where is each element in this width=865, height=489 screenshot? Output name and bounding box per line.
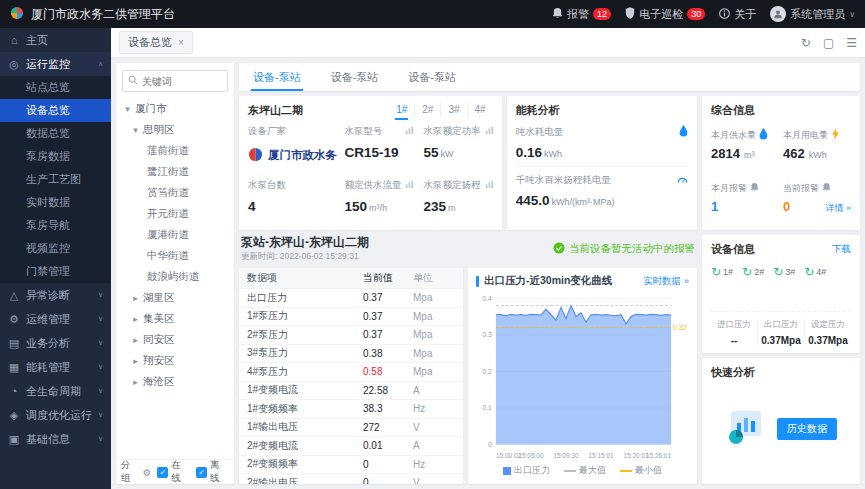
legend-item[interactable]: 最小值: [620, 464, 662, 477]
content-tab[interactable]: 设备-泵站: [329, 63, 381, 91]
chevron-down-icon: ∨: [98, 363, 103, 371]
close-icon[interactable]: ×: [178, 37, 184, 48]
content-tab[interactable]: 设备-泵站: [406, 63, 458, 91]
table-row[interactable]: 1#变频频率38.3Hz: [239, 400, 463, 419]
content-tab[interactable]: 设备-泵站: [251, 63, 303, 91]
tree-node-street[interactable]: 鹭江街道: [118, 161, 232, 182]
online-checkbox[interactable]: ✓ 在线: [157, 459, 190, 485]
metric-label: 水泵型号: [344, 125, 382, 138]
table-row[interactable]: 2#变频频率0Hz: [239, 456, 463, 475]
stat-value: 0.37Mpa: [758, 335, 804, 346]
device-stats: 进口压力--出口压力0.37Mpa设定压力0.37Mpa: [711, 311, 851, 346]
sidebar-subitem[interactable]: 数据总览: [0, 122, 111, 145]
user-menu[interactable]: 系统管理员 ∨: [770, 6, 855, 22]
sidebar-subitem[interactable]: 视频监控: [0, 237, 111, 260]
table-body[interactable]: 出口压力0.37Mpa1#泵压力0.37Mpa2#泵压力0.37Mpa3#泵压力…: [239, 289, 463, 484]
detail-link[interactable]: 详情 »: [825, 202, 851, 215]
tree-node-district[interactable]: ▸同安区: [118, 329, 232, 350]
cell-name: 2#变频频率: [247, 457, 363, 471]
about-button[interactable]: 关于: [719, 7, 756, 22]
metric-chart-icon: [405, 180, 414, 191]
cell-value: 0.01: [363, 440, 413, 451]
tree-node-district[interactable]: ▸湖里区: [118, 287, 232, 308]
table-row[interactable]: 1#泵压力0.37Mpa: [239, 308, 463, 327]
search-input[interactable]: [142, 76, 222, 87]
sidebar-group-monitor[interactable]: ◎运行监控∧: [0, 52, 111, 76]
tree-node-district[interactable]: ▸翔安区: [118, 350, 232, 371]
pump-status: ↻4#: [804, 266, 826, 278]
sidebar-subitem[interactable]: 设备总览: [0, 99, 111, 122]
group-icon: ◔: [8, 385, 20, 397]
chevron-down-icon: ∨: [98, 411, 103, 419]
sidebar-subitem[interactable]: 泵房数据: [0, 145, 111, 168]
alarm-button[interactable]: 报警 12: [552, 7, 611, 22]
group-icon: ▣: [8, 433, 20, 446]
open-tab-device-overview[interactable]: 设备总览 ×: [119, 31, 193, 54]
tree-node-street[interactable]: 筼筜街道: [118, 182, 232, 203]
table-row[interactable]: 4#泵压力0.58Mpa: [239, 363, 463, 382]
metric-unit: kWh: [544, 149, 562, 159]
cell-value: 38.3: [363, 403, 413, 414]
realtime-data-link[interactable]: 实时数据 »: [643, 275, 689, 288]
tree-node-street[interactable]: 莲前街道: [118, 140, 232, 161]
tree-node-district[interactable]: ▾思明区: [118, 119, 232, 140]
tree-node-district[interactable]: ▸集美区: [118, 308, 232, 329]
tab-label: 设备总览: [128, 35, 172, 50]
history-data-button[interactable]: 历史数据: [777, 418, 837, 440]
device-stat: 出口压力0.37Mpa: [757, 319, 804, 346]
pump-tab[interactable]: 1#: [389, 103, 414, 117]
pump-tab[interactable]: 2#: [414, 103, 440, 117]
sidebar-item-home[interactable]: ⌂主页: [0, 28, 111, 52]
sidebar-subitem[interactable]: 门禁管理: [0, 260, 111, 283]
menu-icon[interactable]: ☰: [846, 36, 857, 50]
tree-node-street[interactable]: 开元街道: [118, 203, 232, 224]
caret-right-icon: ▸: [131, 293, 140, 303]
sidebar-group[interactable]: ▣基础信息∨: [0, 427, 111, 451]
cell-name: 1#输出电压: [247, 420, 363, 434]
table-row[interactable]: 1#变频电流22.58A: [239, 382, 463, 401]
pump-tab[interactable]: 3#: [440, 103, 466, 117]
download-link[interactable]: 下载: [832, 243, 851, 256]
sidebar-group[interactable]: ◔全生命周期∨: [0, 379, 111, 403]
tree-node-city[interactable]: ▾厦门市: [118, 98, 232, 119]
sidebar-group[interactable]: ▤业务分析∨: [0, 331, 111, 355]
tree-node-street[interactable]: 厦港街道: [118, 224, 232, 245]
refresh-icon[interactable]: ↻: [801, 36, 811, 50]
table-row[interactable]: 2#变频电流0.01A: [239, 437, 463, 456]
sidebar-group[interactable]: △异常诊断∨: [0, 283, 111, 307]
legend-item[interactable]: 出口压力: [503, 464, 550, 477]
table-row[interactable]: 1#输出电压272V: [239, 419, 463, 438]
checkbox-checked-icon: ✓: [157, 467, 168, 478]
sidebar-subitem[interactable]: 生产工艺图: [0, 168, 111, 191]
sidebar-group[interactable]: ◈调度优化运行∨: [0, 403, 111, 427]
table-row[interactable]: 2#泵压力0.37Mpa: [239, 326, 463, 345]
sidebar-group[interactable]: ⚙运维管理∨: [0, 307, 111, 331]
chevron-down-icon: ∨: [98, 291, 103, 299]
inspection-button[interactable]: 电子巡检 30: [625, 7, 705, 22]
sidebar: ⌂主页◎运行监控∧站点总览设备总览数据总览泵房数据生产工艺图实时数据泵房导航视频…: [0, 28, 111, 489]
metric-chart-icon: [485, 126, 494, 137]
alarm-label: 报警: [567, 7, 589, 22]
energy-card-title: 能耗分析: [516, 103, 688, 118]
legend-item[interactable]: 最大值: [564, 464, 606, 477]
table-row[interactable]: 3#泵压力0.38Mpa: [239, 345, 463, 364]
sidebar-subitem[interactable]: 泵房导航: [0, 214, 111, 237]
tree-node-street[interactable]: 中华街道: [118, 245, 232, 266]
tree-node-district[interactable]: ▸海沧区: [118, 371, 232, 392]
tree-node-street[interactable]: 鼓浪屿街道: [118, 266, 232, 287]
table-row[interactable]: 2#输出电压0V: [239, 474, 463, 484]
svg-text:0.32: 0.32: [673, 324, 687, 332]
metric-label: 千吨水百米扬程耗电量: [516, 174, 611, 187]
chart-title: 出口压力-近30min变化曲线: [484, 274, 612, 288]
sidebar-subitem[interactable]: 站点总览: [0, 76, 111, 99]
pressure-chart-card: 出口压力-近30min变化曲线 实时数据 » 00.10.20.30.415:0…: [468, 268, 697, 484]
table-row[interactable]: 出口压力0.37Mpa: [239, 289, 463, 308]
offline-checkbox[interactable]: ✓ 离线: [196, 459, 229, 485]
fullscreen-icon[interactable]: ▢: [823, 36, 834, 50]
inspection-count-badge: 30: [687, 8, 705, 20]
sidebar-group[interactable]: ▦能耗管理∨: [0, 355, 111, 379]
group-setting[interactable]: 分组 ⚙: [121, 459, 151, 485]
sidebar-subitem[interactable]: 实时数据: [0, 191, 111, 214]
pump-tab[interactable]: 4#: [467, 103, 493, 117]
cell-unit: Hz: [413, 459, 455, 470]
